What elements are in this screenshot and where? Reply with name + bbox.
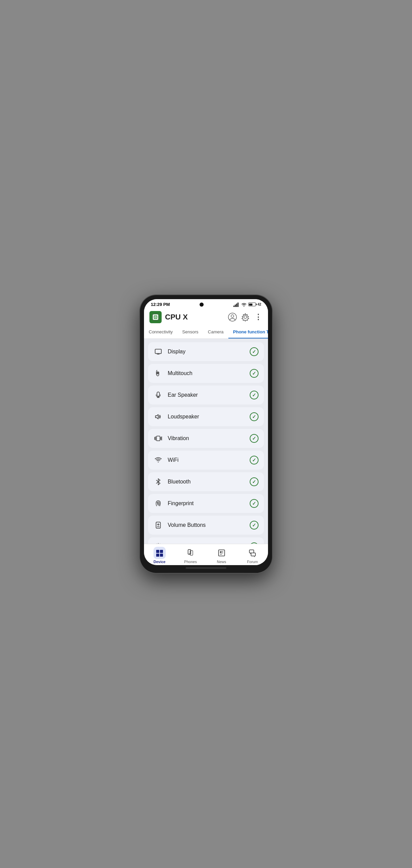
svg-rect-39 <box>157 436 160 441</box>
phone-frame: 12:29 PM <box>140 295 272 573</box>
test-label-volume-buttons: Volume Buttons <box>168 522 245 528</box>
device-nav-icon <box>153 547 166 559</box>
vibration-icon <box>153 434 163 443</box>
svg-rect-0 <box>233 306 234 307</box>
svg-rect-60 <box>160 554 163 557</box>
ear-speaker-icon <box>153 390 163 400</box>
app-title: CPU X <box>165 313 225 322</box>
fingerprint-icon <box>153 499 163 508</box>
tabs-bar: Connectivity Sensors Camera Phone functi… <box>144 326 268 339</box>
test-label-display: Display <box>168 349 245 355</box>
nav-item-news[interactable]: News <box>206 547 237 564</box>
nav-label-device: Device <box>153 560 165 564</box>
test-status-multitouch: ✓ <box>250 369 259 378</box>
news-nav-icon <box>215 547 228 559</box>
display-icon <box>153 347 163 356</box>
status-time: 12:29 PM <box>151 302 170 307</box>
loudspeaker-icon <box>153 412 163 421</box>
tab-sensors[interactable]: Sensors <box>178 326 203 338</box>
camera-notch <box>200 303 204 307</box>
test-list: Display ✓ Multitouch ✓ Ear Speaker ✓ <box>144 339 268 544</box>
tab-connectivity[interactable]: Connectivity <box>144 326 178 338</box>
test-item-bluetooth[interactable]: Bluetooth ✓ <box>148 472 264 491</box>
tab-phone-function-tests[interactable]: Phone function Tests <box>228 326 268 338</box>
test-item-ear-speaker[interactable]: Ear Speaker ✓ <box>148 386 264 405</box>
svg-rect-1 <box>235 305 236 307</box>
bottom-nav: Device Phones <box>144 544 268 565</box>
test-status-ear-speaker: ✓ <box>250 391 259 399</box>
svg-rect-57 <box>156 550 159 553</box>
test-label-fingerprint: Fingerprint <box>168 500 245 507</box>
wifi-status-icon <box>241 302 247 307</box>
phones-nav-icon <box>184 547 197 559</box>
svg-rect-3 <box>238 303 239 307</box>
status-icons: 42 <box>233 302 261 307</box>
test-label-wifi: WiFi <box>168 457 245 463</box>
header-icons: ⋮ <box>228 313 263 322</box>
nav-item-phones[interactable]: Phones <box>175 547 206 564</box>
test-label-vibration: Vibration <box>168 435 245 441</box>
app-header: CPU X ⋮ <box>144 308 268 326</box>
svg-rect-8 <box>155 317 156 318</box>
svg-rect-59 <box>156 554 159 557</box>
settings-icon[interactable] <box>241 313 250 322</box>
nav-label-news: News <box>217 560 226 564</box>
test-item-flashlight[interactable]: Flashlight ✓ <box>148 537 264 544</box>
nav-item-device[interactable]: Device <box>144 547 175 564</box>
test-item-display[interactable]: Display ✓ <box>148 342 264 361</box>
nav-label-forum: Forum <box>247 560 258 564</box>
svg-point-31 <box>244 316 247 318</box>
tab-camera[interactable]: Camera <box>203 326 228 338</box>
home-indicator <box>186 567 226 569</box>
test-label-loudspeaker: Loudspeaker <box>168 414 245 420</box>
test-item-wifi[interactable]: WiFi ✓ <box>148 451 264 470</box>
test-status-volume-buttons: ✓ <box>250 521 259 530</box>
nav-item-forum[interactable]: Forum <box>237 547 268 564</box>
wifi-icon <box>153 455 163 465</box>
multitouch-icon <box>153 369 163 378</box>
phone-screen: 12:29 PM <box>144 299 268 565</box>
signal-icon <box>233 302 240 307</box>
bluetooth-icon <box>153 477 163 487</box>
svg-point-44 <box>158 461 159 462</box>
test-status-fingerprint: ✓ <box>250 499 259 508</box>
test-status-display: ✓ <box>250 347 259 356</box>
battery-icon: 42 <box>248 303 261 306</box>
svg-rect-58 <box>160 550 163 553</box>
volume-buttons-icon <box>153 520 163 530</box>
test-item-volume-buttons[interactable]: Volume Buttons ✓ <box>148 516 264 535</box>
more-options-icon[interactable]: ⋮ <box>254 313 263 322</box>
battery-level: 42 <box>258 303 261 306</box>
nav-label-phones: Phones <box>184 560 197 564</box>
svg-point-30 <box>231 315 234 317</box>
test-item-fingerprint[interactable]: Fingerprint ✓ <box>148 494 264 513</box>
svg-rect-68 <box>220 551 221 553</box>
svg-point-4 <box>244 306 245 307</box>
test-status-vibration: ✓ <box>250 434 259 443</box>
svg-rect-35 <box>157 392 159 396</box>
test-status-bluetooth: ✓ <box>250 477 259 486</box>
svg-rect-2 <box>236 304 237 307</box>
test-item-vibration[interactable]: Vibration ✓ <box>148 429 264 448</box>
test-label-multitouch: Multitouch <box>168 370 245 376</box>
status-bar: 12:29 PM <box>144 299 268 308</box>
test-item-multitouch[interactable]: Multitouch ✓ <box>148 364 264 383</box>
svg-rect-71 <box>251 553 255 556</box>
svg-rect-32 <box>155 349 161 354</box>
test-label-bluetooth: Bluetooth <box>168 479 245 485</box>
svg-rect-69 <box>249 550 254 553</box>
app-logo <box>149 311 162 323</box>
account-icon[interactable] <box>228 313 237 322</box>
test-status-loudspeaker: ✓ <box>250 412 259 421</box>
svg-marker-38 <box>156 415 158 419</box>
test-status-wifi: ✓ <box>250 456 259 464</box>
forum-nav-icon <box>246 547 259 559</box>
test-label-ear-speaker: Ear Speaker <box>168 392 245 398</box>
test-item-loudspeaker[interactable]: Loudspeaker ✓ <box>148 407 264 426</box>
